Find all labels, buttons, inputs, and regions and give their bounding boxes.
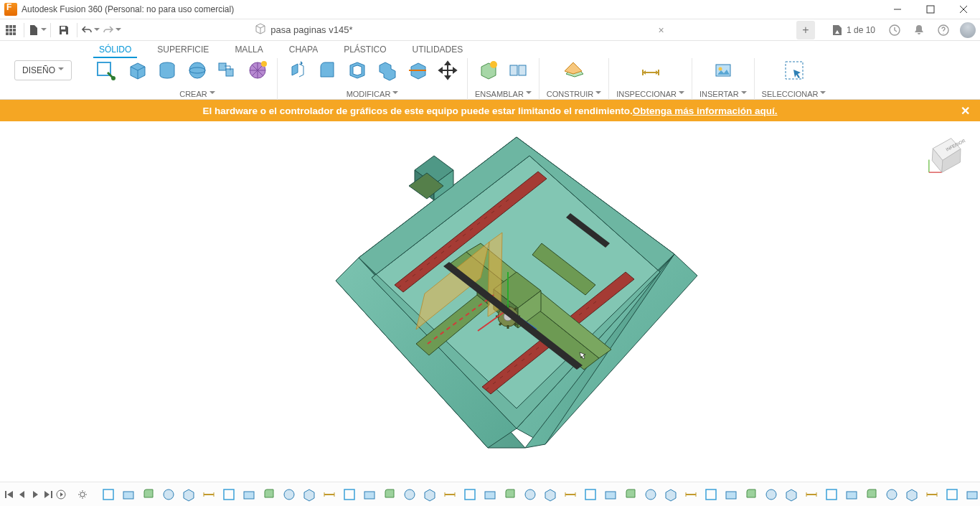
- measure-tool[interactable]: [639, 58, 663, 83]
- timeline-feature[interactable]: [621, 486, 640, 503]
- timeline-feature[interactable]: [380, 486, 399, 503]
- timeline-feature[interactable]: [682, 486, 700, 503]
- save-button[interactable]: [53, 19, 75, 41]
- timeline-feature[interactable]: [903, 486, 921, 503]
- timeline-feature[interactable]: [541, 486, 560, 503]
- timeline-next-button[interactable]: [30, 487, 40, 502]
- job-status[interactable]: 1 de 10: [825, 24, 881, 37]
- timeline-feature[interactable]: [842, 486, 861, 503]
- timeline-feature[interactable]: [139, 486, 158, 503]
- timeline-feature[interactable]: [400, 486, 419, 503]
- window-close-button[interactable]: [947, 0, 980, 19]
- timeline-feature[interactable]: [280, 486, 298, 503]
- clock-icon[interactable]: [884, 19, 905, 41]
- timeline-feature[interactable]: [360, 486, 379, 503]
- notifications-icon[interactable]: [908, 19, 930, 41]
- timeline-end-button[interactable]: [43, 487, 53, 502]
- svg-line-42: [499, 323, 501, 325]
- timeline-start-button[interactable]: [4, 487, 14, 502]
- svg-rect-27: [519, 65, 526, 75]
- tab-chapa[interactable]: CHAPA: [283, 42, 324, 58]
- select-tool[interactable]: [782, 58, 806, 83]
- svg-rect-7: [6, 29, 9, 32]
- timeline-feature[interactable]: [923, 486, 941, 503]
- user-avatar[interactable]: [960, 22, 976, 38]
- help-icon[interactable]: [933, 19, 954, 41]
- timeline-feature[interactable]: [481, 486, 499, 503]
- timeline-feature[interactable]: [501, 486, 519, 503]
- timeline-feature[interactable]: [762, 486, 781, 503]
- tab-plastico[interactable]: PLÁSTICO: [338, 42, 392, 58]
- timeline-feature[interactable]: [581, 486, 600, 503]
- timeline-settings-button[interactable]: [77, 487, 88, 502]
- timeline-play-button[interactable]: [56, 487, 66, 502]
- timeline-feature[interactable]: [722, 486, 740, 503]
- press-pull-tool[interactable]: [285, 58, 309, 83]
- viewcube[interactable]: INFERIOR: [923, 134, 967, 179]
- timeline-feature[interactable]: [220, 486, 238, 503]
- banner-close-button[interactable]: ✕: [961, 104, 970, 118]
- timeline-feature[interactable]: [260, 486, 278, 503]
- timeline-feature[interactable]: [661, 486, 680, 503]
- new-component-tool[interactable]: [476, 58, 500, 83]
- undo-button[interactable]: [80, 19, 101, 41]
- tab-malla[interactable]: MALLA: [229, 42, 268, 58]
- timeline-feature[interactable]: [340, 486, 359, 503]
- tab-close-button[interactable]: ×: [658, 24, 664, 36]
- timeline-feature[interactable]: [782, 486, 801, 503]
- timeline-feature[interactable]: [179, 486, 198, 503]
- timeline-feature[interactable]: [822, 486, 841, 503]
- redo-button[interactable]: [101, 19, 123, 41]
- timeline-feature[interactable]: [119, 486, 138, 503]
- viewport-canvas[interactable]: INFERIOR: [0, 121, 980, 482]
- timeline-feature[interactable]: [521, 486, 540, 503]
- insert-tool[interactable]: [711, 58, 735, 83]
- timeline-feature[interactable]: [641, 486, 660, 503]
- timeline-prev-button[interactable]: [17, 487, 27, 502]
- joint-tool[interactable]: [506, 58, 530, 83]
- form-tool[interactable]: [245, 58, 270, 83]
- file-menu-button[interactable]: [27, 19, 48, 41]
- timeline-feature[interactable]: [802, 486, 821, 503]
- svg-rect-77: [826, 489, 837, 500]
- create-sketch-button[interactable]: [93, 58, 118, 83]
- timeline-feature[interactable]: [440, 486, 459, 503]
- timeline-feature[interactable]: [461, 486, 479, 503]
- window-minimize-button[interactable]: [881, 0, 914, 19]
- window-maximize-button[interactable]: [914, 0, 947, 19]
- new-tab-button[interactable]: +: [796, 21, 815, 39]
- timeline-feature[interactable]: [963, 486, 980, 503]
- timeline-feature[interactable]: [300, 486, 319, 503]
- timeline-feature[interactable]: [882, 486, 901, 503]
- document-tab[interactable]: pasa paginas v145* ×: [245, 19, 674, 41]
- data-panel-button[interactable]: [0, 19, 22, 41]
- shell-tool[interactable]: [345, 58, 369, 83]
- box-tool[interactable]: [125, 58, 149, 83]
- move-tool[interactable]: [435, 58, 460, 83]
- timeline-feature[interactable]: [702, 486, 720, 503]
- banner-link[interactable]: Obtenga más información aquí.: [633, 106, 778, 116]
- tab-solido[interactable]: SÓLIDO: [93, 42, 137, 58]
- tab-utilidades[interactable]: UTILIDADES: [407, 42, 469, 58]
- split-body-tool[interactable]: [405, 58, 430, 83]
- timeline-feature[interactable]: [742, 486, 760, 503]
- timeline-feature[interactable]: [199, 486, 218, 503]
- svg-rect-81: [947, 489, 957, 500]
- timeline-feature[interactable]: [320, 486, 339, 503]
- fillet-tool[interactable]: [315, 58, 339, 83]
- timeline-feature[interactable]: [99, 486, 118, 503]
- timeline-feature[interactable]: [862, 486, 881, 503]
- derive-tool[interactable]: [215, 58, 240, 83]
- sphere-tool[interactable]: [185, 58, 209, 83]
- timeline-feature[interactable]: [943, 486, 961, 503]
- workspace-picker[interactable]: DISEÑO: [0, 41, 86, 99]
- tab-superficie[interactable]: SUPERFICIE: [151, 42, 215, 58]
- timeline-feature[interactable]: [159, 486, 178, 503]
- cylinder-tool[interactable]: [155, 58, 179, 83]
- timeline-feature[interactable]: [420, 486, 439, 503]
- timeline-feature[interactable]: [561, 486, 580, 503]
- timeline-feature[interactable]: [240, 486, 258, 503]
- combine-tool[interactable]: [375, 58, 400, 83]
- timeline-feature[interactable]: [601, 486, 620, 503]
- construct-plane-tool[interactable]: [562, 58, 586, 83]
